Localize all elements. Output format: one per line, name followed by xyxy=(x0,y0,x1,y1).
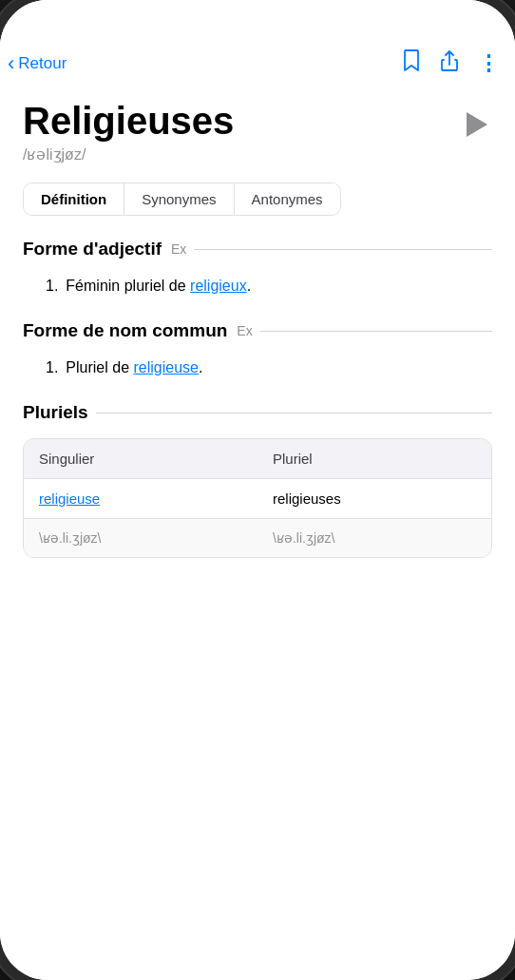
table-cell-phonetic-plural: \ʁə.li.ʒjøz\ xyxy=(258,519,491,557)
nom-definitions: 1. Pluriel de religieuse. xyxy=(23,356,492,379)
def-text-after-2: . xyxy=(199,359,202,375)
adjectif-definitions: 1. Féminin pluriel de religieux. xyxy=(23,275,492,298)
word-title: Religieuses xyxy=(23,100,234,142)
content-area: Religieuses /ʁəliʒjøz/ Définition Synony… xyxy=(0,85,515,980)
more-icon[interactable]: ⋮ xyxy=(478,51,500,76)
tab-bar: Définition Synonymes Antonymes xyxy=(23,183,341,216)
nom-def-1: 1. Pluriel de religieuse. xyxy=(30,356,492,379)
section-forme-adjectif: Forme d'adjectif Ex xyxy=(23,239,492,263)
table-cell-religieuses: religieuses xyxy=(258,479,491,518)
pluriels-section: Pluriels Singulier Pluriel religieuse re… xyxy=(23,402,492,558)
pluriels-table: Singulier Pluriel religieuse religieuses… xyxy=(23,438,492,558)
section-nom-ex: Ex xyxy=(237,323,252,338)
section-pluriels-header: Pluriels xyxy=(23,402,492,427)
section-nom-title: Forme de nom commun xyxy=(23,320,227,341)
table-header-pluriel: Pluriel xyxy=(258,439,491,478)
table-cell-phonetic-singular: \ʁə.li.ʒjøz\ xyxy=(24,519,258,557)
def-text-before-1: Féminin pluriel de xyxy=(66,278,190,294)
play-button[interactable] xyxy=(458,107,492,142)
def-text-2: Pluriel de religieuse. xyxy=(66,356,202,379)
back-chevron-icon: ‹ xyxy=(8,53,14,74)
table-row-1: religieuse religieuses xyxy=(24,479,491,519)
section-pluriels-line xyxy=(96,413,492,413)
def-text-before-2: Pluriel de xyxy=(66,359,133,375)
back-button[interactable]: Retour xyxy=(18,54,67,73)
nav-right: ⋮ xyxy=(402,49,500,77)
nav-left: ‹ Retour xyxy=(8,53,67,74)
section-adjectif-title: Forme d'adjectif xyxy=(23,239,162,259)
section-nom-line xyxy=(260,331,492,332)
bookmark-icon[interactable] xyxy=(402,49,421,77)
adjectif-def-1: 1. Féminin pluriel de religieux. xyxy=(30,275,492,298)
def-number: 1. xyxy=(46,275,58,298)
table-row-2: \ʁə.li.ʒjøz\ \ʁə.li.ʒjøz\ xyxy=(24,519,491,557)
table-cell-religieuse[interactable]: religieuse xyxy=(24,479,258,518)
def-text-after-1: . xyxy=(247,278,251,294)
table-header-row: Singulier Pluriel xyxy=(24,439,491,479)
screen: ‹ Retour ⋮ xyxy=(0,0,515,980)
play-triangle-icon xyxy=(467,112,487,137)
table-header-singulier: Singulier xyxy=(24,439,258,478)
section-forme-nom: Forme de nom commun Ex xyxy=(23,320,492,345)
def-text-1: Féminin pluriel de religieux. xyxy=(66,275,251,298)
def-link-religieux[interactable]: religieux xyxy=(190,278,247,294)
tab-synonymes[interactable]: Synonymes xyxy=(124,183,234,215)
section-adjectif-ex: Ex xyxy=(171,241,186,257)
nav-bar: ‹ Retour ⋮ xyxy=(0,42,515,85)
nom-def-number: 1. xyxy=(46,356,58,379)
word-header: Religieuses xyxy=(23,100,492,142)
tab-definition[interactable]: Définition xyxy=(24,183,124,215)
pronunciation: /ʁəliʒjøz/ xyxy=(23,145,492,163)
phone-frame: ‹ Retour ⋮ xyxy=(0,0,515,980)
tab-antonymes[interactable]: Antonymes xyxy=(235,183,340,215)
section-adjectif-line xyxy=(194,249,492,250)
share-icon[interactable] xyxy=(440,49,459,77)
section-pluriels-title: Pluriels xyxy=(23,402,88,423)
status-bar xyxy=(0,0,515,42)
def-link-religieuse[interactable]: religieuse xyxy=(134,359,199,375)
